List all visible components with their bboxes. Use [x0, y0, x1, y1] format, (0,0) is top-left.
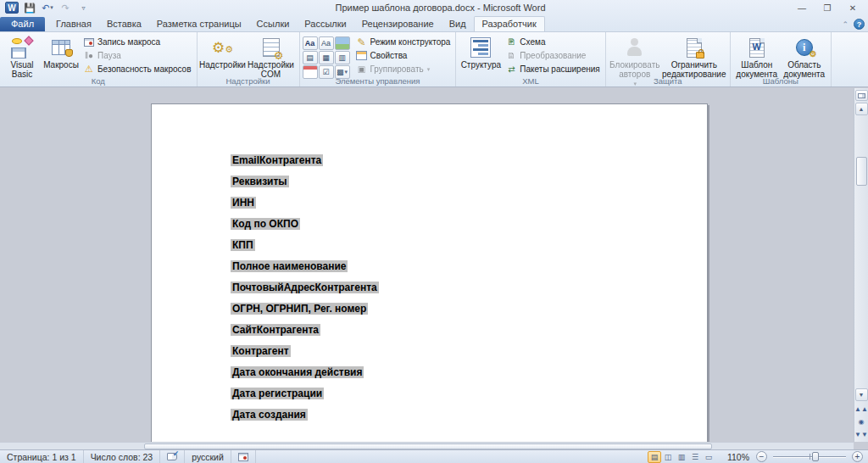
pause-icon: ‖● — [83, 50, 95, 61]
group-label-code: Код — [0, 76, 197, 86]
qat-customize-button[interactable]: ▿ — [75, 2, 91, 14]
field-placeholder[interactable]: Полное наименование — [231, 260, 348, 272]
restrict-editing-button[interactable]: Ограничить редактирование — [661, 34, 727, 81]
next-page-button[interactable]: ▼▼ — [855, 428, 868, 440]
view-outline-button[interactable]: ☰ — [688, 451, 702, 463]
document-panel-button[interactable]: i⚙ Область документа — [781, 34, 828, 81]
expansion-packs-button[interactable]: ⇄ Пакеты расширения — [503, 63, 602, 75]
word-app-icon[interactable]: W — [4, 2, 19, 14]
vertical-scrollbar[interactable]: ▲ ▼ ▲▲ ◉ ▼▼ — [854, 88, 868, 442]
field-placeholder[interactable]: Код по ОКПО — [231, 218, 300, 230]
warning-triangle-icon: ⚠ — [83, 64, 95, 75]
view-web-layout-button[interactable]: ▥ — [675, 451, 688, 463]
tab-references[interactable]: Ссылки — [249, 17, 298, 31]
macro-record-indicator[interactable] — [231, 450, 256, 463]
macro-security-button[interactable]: ⚠ Безопасность макросов — [81, 63, 194, 75]
field-placeholder[interactable]: Дата регистрации — [231, 388, 324, 399]
document-page[interactable]: EmailКонтрагента Реквизиты ИНН Код по ОК… — [151, 103, 708, 460]
tab-insert[interactable]: Вставка — [99, 17, 149, 31]
scroll-up-button[interactable]: ▲ — [855, 103, 868, 115]
macros-icon — [50, 36, 72, 59]
title-bar: W 💾 ↶▾ ↷ ▿ Пример шаблона договора.docx … — [0, 0, 868, 15]
field-placeholder[interactable]: Дата создания — [231, 409, 308, 421]
previous-page-button[interactable]: ▲▲ — [855, 403, 868, 415]
word-count[interactable]: Число слов: 23 — [84, 450, 161, 463]
view-switcher: ▤ ◫ ▥ ☰ ▭ — [648, 451, 715, 463]
zoom-out-button[interactable]: − — [756, 451, 767, 462]
quick-access-toolbar: W 💾 ↶▾ ↷ ▿ — [2, 2, 91, 14]
view-fullscreen-reading-button[interactable]: ◫ — [661, 451, 675, 463]
ruler-icon — [858, 93, 865, 98]
view-print-layout-button[interactable]: ▤ — [648, 451, 661, 463]
scrollbar-thumb[interactable] — [856, 157, 867, 186]
scroll-down-button[interactable]: ▼ — [855, 388, 868, 401]
horizontal-scrollbar-thumb[interactable] — [144, 443, 712, 449]
control-gallery-button[interactable]: ▤ — [303, 51, 318, 64]
help-button[interactable]: ? — [854, 19, 865, 30]
tab-review[interactable]: Рецензирование — [354, 17, 442, 31]
control-plaintext-button[interactable]: Aa — [319, 36, 334, 50]
undo-button[interactable]: ↶▾ — [40, 2, 55, 14]
restore-button[interactable]: ❐ — [815, 2, 839, 14]
ribbon-group-controls: Aa Aa ▤ ▦ ▥ ☑ ▩▾ ✎ Режим конструктора Св… — [300, 32, 457, 86]
field-placeholder[interactable]: EmailКонтрагента — [231, 154, 323, 166]
proofing-status[interactable] — [160, 450, 185, 463]
design-mode-button[interactable]: ✎ Режим конструктора — [353, 36, 453, 48]
document-template-button[interactable]: W Шаблон документа — [733, 34, 781, 81]
close-button[interactable]: ✕ — [841, 2, 865, 14]
ribbon-group-protection: Блокировать авторов ▾ Ограничить редакти… — [606, 32, 731, 86]
record-macro-button[interactable]: Запись макроса — [81, 36, 194, 48]
word-window: W 💾 ↶▾ ↷ ▿ Пример шаблона договора.docx … — [0, 0, 868, 463]
ribbon-group-addins: ⚙⚙ Надстройки ⚙ Надстройки COM Надстройк… — [198, 32, 300, 86]
browse-object-button[interactable]: ◉ — [855, 416, 868, 427]
tab-developer[interactable]: Разработчик — [474, 16, 545, 32]
zoom-slider-thumb[interactable] — [812, 452, 819, 461]
ruler-toggle-button[interactable] — [855, 90, 868, 101]
field-placeholder[interactable]: Реквизиты — [231, 176, 289, 187]
schema-button[interactable]: 🖹 Схема — [503, 36, 602, 48]
field-placeholder[interactable]: Дата окончания действия — [231, 366, 364, 378]
tab-view[interactable]: Вид — [442, 17, 474, 31]
visual-basic-button[interactable]: Visual Basic — [3, 34, 42, 81]
zoom-level[interactable]: 110% — [727, 452, 749, 462]
tab-file[interactable]: Файл — [0, 17, 45, 31]
redo-button[interactable]: ↷ — [58, 2, 73, 14]
control-picture-button[interactable] — [335, 36, 350, 50]
pause-recording-button: ‖● Пауза — [81, 49, 194, 62]
page-indicator[interactable]: Страница: 1 из 1 — [0, 450, 84, 463]
control-richtext-button[interactable]: Aa — [303, 36, 318, 50]
macros-button[interactable]: Макросы — [42, 34, 81, 72]
zoom-slider-midpoint — [810, 454, 810, 460]
tab-mailings[interactable]: Рассылки — [297, 17, 353, 31]
redo-icon: ↷ — [61, 3, 69, 14]
control-combobox-button[interactable]: ▦ — [319, 51, 334, 64]
field-placeholder[interactable]: ИНН — [231, 197, 256, 209]
com-addins-button[interactable]: ⚙ Надстройки COM — [246, 34, 297, 81]
field-placeholder[interactable]: СайтКонтрагента — [231, 324, 320, 336]
tab-home[interactable]: Главная — [48, 17, 99, 31]
zoom-slider[interactable] — [773, 451, 846, 462]
visual-basic-icon — [11, 36, 33, 59]
structure-button[interactable]: Структура — [459, 34, 503, 72]
group-label-xml: XML — [456, 76, 604, 86]
ribbon-collapse-icon[interactable]: ⌃ — [842, 20, 849, 29]
horizontal-scrollbar[interactable] — [0, 442, 854, 449]
scrollbar-track[interactable] — [855, 116, 868, 388]
field-placeholder[interactable]: Контрагент — [231, 345, 291, 357]
tab-page-layout[interactable]: Разметка страницы — [149, 17, 249, 31]
control-dropdown-button[interactable]: ▥ — [335, 51, 350, 64]
save-button[interactable]: 💾 — [22, 2, 37, 14]
minimize-button[interactable]: — — [790, 2, 814, 14]
block-authors-icon — [624, 36, 646, 59]
properties-button[interactable]: Свойства — [353, 49, 453, 62]
field-placeholder[interactable]: ОГРН, ОГРНИП, Рег. номер — [231, 303, 368, 315]
zoom-in-button[interactable]: + — [852, 451, 863, 462]
macro-record-icon — [238, 453, 248, 461]
field-placeholder[interactable]: ПочтовыйАдресКонтрагента — [231, 282, 379, 293]
group-label-addins: Надстройки — [198, 76, 299, 86]
language-indicator[interactable]: русский — [185, 450, 231, 463]
view-draft-button[interactable]: ▭ — [702, 451, 715, 463]
addins-button[interactable]: ⚙⚙ Надстройки — [200, 34, 246, 72]
browse-buttons: ▲▲ ◉ ▼▼ — [855, 402, 868, 442]
field-placeholder[interactable]: КПП — [231, 239, 255, 251]
